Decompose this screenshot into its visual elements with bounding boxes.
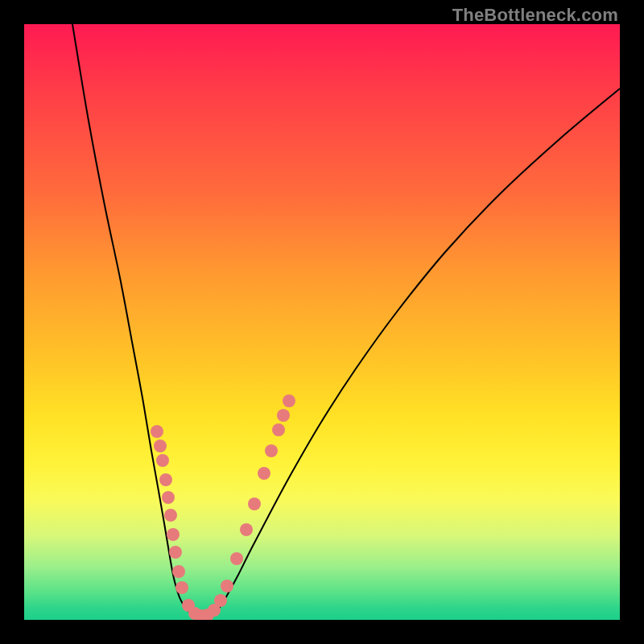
watermark-text: TheBottleneck.com	[452, 5, 618, 26]
highlight-dot	[167, 528, 180, 541]
chart-frame: TheBottleneck.com	[0, 0, 644, 644]
highlight-dot	[169, 546, 182, 559]
highlight-dot	[156, 454, 169, 467]
highlight-dot	[172, 565, 185, 578]
plot-area	[24, 24, 620, 620]
highlight-dot	[272, 423, 285, 436]
highlight-dot	[265, 444, 278, 457]
highlight-dot	[230, 552, 243, 565]
highlight-dot	[175, 581, 188, 594]
highlight-dot	[240, 523, 253, 536]
highlight-dot	[277, 409, 290, 422]
highlight-dot	[154, 440, 167, 452]
highlight-dot	[258, 467, 270, 480]
highlight-dot	[221, 580, 233, 592]
chart-svg	[24, 24, 620, 620]
left-curve-path	[72, 24, 192, 613]
highlight-dot	[214, 594, 227, 607]
highlight-dot	[159, 473, 172, 486]
highlight-dot	[162, 491, 175, 504]
highlight-dot	[248, 497, 261, 510]
right-curve-path	[213, 89, 620, 613]
highlight-dot	[283, 394, 295, 407]
highlight-dot	[151, 425, 163, 438]
highlight-dot	[164, 509, 177, 522]
